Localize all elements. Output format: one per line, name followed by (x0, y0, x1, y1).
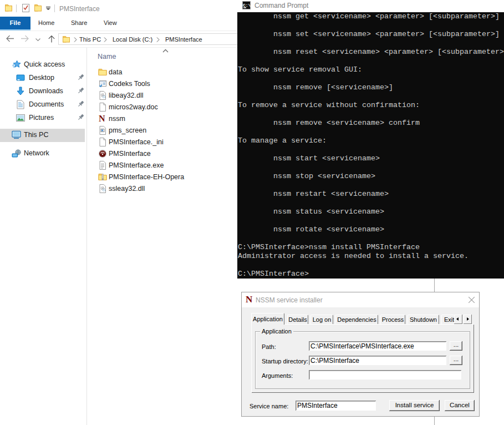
svg-text:N: N (99, 114, 105, 123)
svg-text:C:\: C:\ (243, 3, 251, 8)
